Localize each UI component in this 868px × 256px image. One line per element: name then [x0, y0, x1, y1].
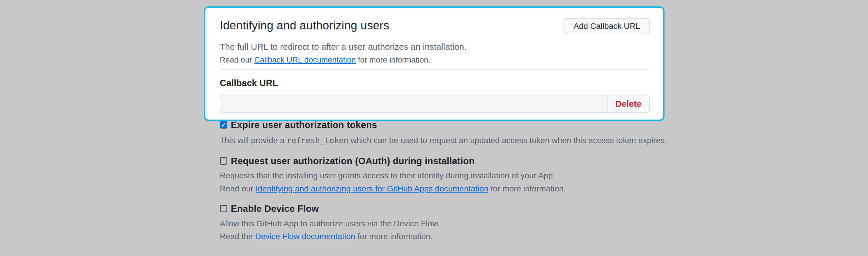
- identifying-authorizing-users-card: Identifying and authorizing users Add Ca…: [204, 6, 664, 121]
- device-flow-doc-suffix: for more information.: [355, 232, 433, 241]
- expire-note-prefix: This will provide a: [220, 136, 287, 145]
- device-flow-documentation-link[interactable]: Device Flow documentation: [255, 232, 355, 241]
- expire-tokens-checkbox-checked-icon[interactable]: ✓: [220, 121, 227, 129]
- doc-line-prefix: Read our: [220, 56, 254, 64]
- oauth-note: Requests that the installing user grants…: [220, 170, 553, 181]
- doc-line-suffix: for more information.: [356, 56, 431, 64]
- callback-doc-line: Read our Callback URL documentation for …: [220, 55, 650, 65]
- divider: [220, 69, 650, 70]
- refresh-token-code: refresh_token: [287, 136, 348, 145]
- device-flow-note: Allow this GitHub App to authorize users…: [220, 219, 440, 229]
- expire-tokens-note: This will provide a refresh_token which …: [220, 135, 667, 146]
- enable-device-flow-option[interactable]: Enable Device Flow: [220, 203, 319, 214]
- expire-tokens-option[interactable]: ✓ Expire user authorization tokens: [220, 119, 377, 131]
- oauth-doc-suffix: for more information.: [489, 184, 566, 193]
- oauth-checkbox-unchecked-icon[interactable]: [220, 157, 227, 165]
- card-header: Identifying and authorizing users Add Ca…: [220, 18, 650, 34]
- device-flow-doc-prefix: Read the: [220, 232, 255, 241]
- oauth-doc-line: Read our Identifying and authorizing use…: [220, 184, 566, 194]
- device-flow-label: Enable Device Flow: [231, 203, 319, 214]
- callback-url-documentation-link[interactable]: Callback URL documentation: [254, 56, 356, 64]
- device-flow-checkbox-unchecked-icon[interactable]: [220, 205, 227, 212]
- device-flow-doc-line: Read the Device Flow documentation for m…: [220, 231, 433, 242]
- section-description: The full URL to redirect to after a user…: [220, 41, 650, 52]
- callback-url-input[interactable]: [220, 95, 607, 112]
- identifying-authorizing-users-docs-link[interactable]: Identifying and authorizing users for Gi…: [255, 184, 489, 193]
- callback-url-label: Callback URL: [220, 77, 650, 89]
- add-callback-url-button[interactable]: Add Callback URL: [563, 18, 650, 34]
- oauth-doc-prefix: Read our: [220, 184, 255, 193]
- delete-callback-url-button[interactable]: Delete: [607, 95, 649, 112]
- oauth-label: Request user authorization (OAuth) durin…: [231, 155, 474, 167]
- section-title: Identifying and authorizing users: [220, 18, 390, 33]
- expire-tokens-label: Expire user authorization tokens: [231, 119, 377, 131]
- expire-note-suffix: which can be used to request an updated …: [348, 136, 667, 145]
- page: Identifying and authorizing users Add Ca…: [0, 0, 868, 256]
- oauth-during-install-option[interactable]: Request user authorization (OAuth) durin…: [220, 155, 474, 167]
- callback-url-input-group: Delete: [220, 95, 650, 113]
